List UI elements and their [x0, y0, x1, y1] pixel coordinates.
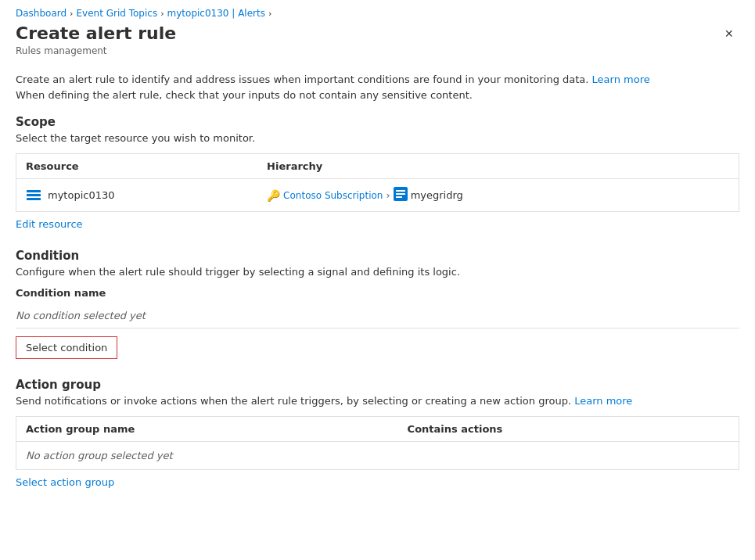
edit-resource-link[interactable]: Edit resource	[16, 212, 83, 230]
close-button[interactable]: ×	[718, 23, 739, 44]
breadcrumb-alerts[interactable]: mytopic0130 | Alerts	[167, 8, 265, 19]
chevron-icon-1: ›	[70, 9, 73, 19]
resource-table: Resource Hierarchy	[16, 153, 739, 212]
info-line2: When defining the alert rule, check that…	[16, 88, 739, 103]
info-box: Create an alert rule to identify and add…	[16, 63, 739, 115]
action-group-desc-text: Send notifications or invoke actions whe…	[16, 395, 571, 407]
svg-rect-5	[396, 193, 405, 195]
svg-rect-0	[27, 190, 41, 192]
info-text-1: Create an alert rule to identify and add…	[16, 74, 588, 85]
subscription-link[interactable]: Contoso Subscription	[283, 190, 383, 201]
svg-rect-1	[27, 194, 41, 196]
action-group-table: Action group name Contains actions No ac…	[16, 416, 739, 470]
create-alert-rule-panel: Dashboard › Event Grid Topics › mytopic0…	[0, 0, 755, 560]
scope-section: Scope Select the target resource you wis…	[16, 115, 739, 230]
select-action-group-link[interactable]: Select action group	[16, 476, 114, 488]
breadcrumb-event-grid[interactable]: Event Grid Topics	[77, 8, 158, 19]
no-condition-text: No condition selected yet	[16, 303, 739, 328]
title-block: Create alert rule Rules management	[16, 23, 176, 56]
condition-section: Condition Configure when the alert rule …	[16, 249, 739, 359]
page-subtitle: Rules management	[16, 45, 176, 56]
action-group-name-header: Action group name	[16, 417, 398, 442]
resource-row: mytopic0130 🔑 Contoso Subscription ›	[16, 179, 739, 212]
subscription-key-icon: 🔑	[267, 189, 280, 202]
learn-more-link-2[interactable]: Learn more	[574, 395, 632, 407]
select-condition-button[interactable]: Select condition	[16, 336, 117, 359]
contains-actions-header: Contains actions	[398, 417, 739, 442]
resource-name: mytopic0130	[48, 189, 115, 201]
svg-rect-4	[396, 190, 405, 192]
action-group-description: Send notifications or invoke actions whe…	[16, 395, 739, 407]
chevron-icon-3: ›	[268, 9, 271, 19]
resource-group-name: myegridrg	[411, 189, 463, 201]
condition-name-label: Condition name	[16, 287, 739, 299]
rg-icon-box	[394, 187, 408, 203]
breadcrumb-dashboard[interactable]: Dashboard	[16, 8, 67, 19]
scope-description: Select the target resource you wish to m…	[16, 132, 739, 144]
chevron-icon-2: ›	[160, 9, 164, 19]
hierarchy-chevron: ›	[386, 189, 390, 201]
resource-cell: mytopic0130	[16, 179, 258, 212]
action-group-title: Action group	[16, 378, 739, 392]
learn-more-link-1[interactable]: Learn more	[592, 74, 650, 85]
condition-description: Configure when the alert rule should tri…	[16, 266, 739, 278]
no-action-row: No action group selected yet	[16, 442, 739, 470]
svg-rect-6	[396, 196, 402, 198]
breadcrumb: Dashboard › Event Grid Topics › mytopic0…	[0, 0, 755, 23]
info-line1: Create an alert rule to identify and add…	[16, 72, 739, 88]
hierarchy-cell: 🔑 Contoso Subscription ›	[257, 179, 739, 212]
panel-header: Create alert rule Rules management ×	[0, 23, 755, 63]
condition-title: Condition	[16, 249, 739, 263]
scrollable-content: Create an alert rule to identify and add…	[0, 63, 755, 560]
svg-rect-2	[27, 198, 41, 200]
hierarchy-col-header: Hierarchy	[257, 154, 739, 179]
no-action-text: No action group selected yet	[16, 442, 739, 470]
resource-col-header: Resource	[16, 154, 258, 179]
resource-grid-icon	[26, 189, 41, 202]
action-group-section: Action group Send notifications or invok…	[16, 378, 739, 488]
scope-title: Scope	[16, 115, 739, 129]
page-title: Create alert rule	[16, 23, 176, 44]
